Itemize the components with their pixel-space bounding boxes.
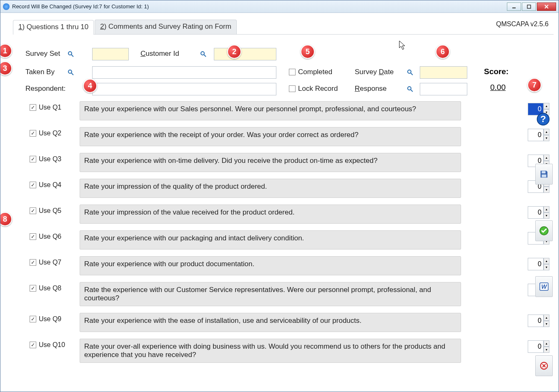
use-question-label: Use Q4	[39, 181, 61, 189]
question-text[interactable]: Rate your experience with the ease of in…	[80, 313, 461, 332]
customer-id-input[interactable]	[214, 48, 276, 60]
customer-id-label: Customer Id	[140, 50, 179, 58]
help-button[interactable]: ?	[536, 112, 550, 128]
use-question-label: Use Q10	[39, 341, 65, 349]
spin-down-button[interactable]: ▼	[544, 212, 549, 219]
svg-rect-16	[542, 171, 546, 174]
response-lookup-icon[interactable]	[406, 85, 414, 93]
question-text[interactable]: Rate your over-all experience with doing…	[80, 339, 461, 363]
survey-date-label: Survey Date	[355, 68, 394, 76]
svg-text:W: W	[541, 283, 547, 290]
content-area: QMSCAPA v2.5.6 1) Questions 1 thru 10 2)…	[0, 13, 559, 392]
spin-down-button[interactable]: ▼	[544, 264, 549, 270]
question-row: ✓Use Q7Rate your experience with our pro…	[17, 256, 549, 275]
window-buttons	[507, 2, 556, 11]
question-text[interactable]: Rate your impression of the quality of t…	[80, 179, 461, 198]
check-icon	[539, 226, 549, 236]
use-question-checkbox[interactable]: ✓	[30, 259, 36, 266]
cancel-button[interactable]	[535, 355, 553, 376]
svg-point-10	[408, 70, 411, 73]
spin-up-button[interactable]: ▲	[544, 315, 549, 321]
maximize-button[interactable]	[522, 2, 536, 11]
use-question-checkbox[interactable]: ✓	[30, 104, 36, 111]
question-text[interactable]: Rate your experience with our product do…	[80, 256, 461, 275]
word-export-button[interactable]: W	[535, 276, 553, 297]
survey-date-input[interactable]	[420, 66, 467, 79]
ok-button[interactable]	[535, 220, 553, 241]
svg-point-4	[68, 52, 72, 55]
question-score-input[interactable]	[528, 206, 544, 219]
question-score-input[interactable]	[528, 258, 544, 270]
question-score-spinner: ▲▼	[528, 206, 549, 219]
lock-record-checkbox[interactable]	[289, 85, 296, 92]
question-text[interactable]: Rate your impression of the value receiv…	[80, 205, 461, 224]
callout-3: 3	[0, 61, 12, 75]
lock-record-label: Lock Record	[298, 85, 338, 93]
use-question-label: Use Q8	[39, 285, 61, 292]
question-text[interactable]: Rate your experience with our Sales pers…	[80, 101, 461, 120]
question-text[interactable]: Rate your experience with on-time delive…	[80, 153, 461, 172]
customer-id-lookup-icon[interactable]	[200, 50, 207, 58]
use-question-checkbox[interactable]: ✓	[30, 316, 36, 322]
use-question-label: Use Q5	[39, 207, 61, 215]
svg-point-8	[68, 70, 72, 73]
question-text[interactable]: Rate your experience with our packaging …	[80, 230, 461, 250]
taken-by-label: Taken By	[25, 68, 55, 76]
tab-questions[interactable]: 1) Questions 1 thru 10	[13, 20, 94, 35]
svg-rect-17	[542, 175, 546, 177]
question-score-input[interactable]	[528, 340, 544, 353]
use-question-checkbox[interactable]: ✓	[30, 156, 36, 162]
survey-set-input[interactable]	[92, 48, 129, 60]
completed-checkbox[interactable]	[289, 69, 296, 75]
svg-rect-1	[527, 5, 531, 8]
taken-by-lookup-icon[interactable]	[67, 69, 75, 76]
header-area: Survey Set Customer Id Taken By Complete…	[17, 48, 549, 98]
use-question-checkbox[interactable]: ✓	[30, 285, 36, 292]
use-question-checkbox[interactable]: ✓	[30, 233, 36, 240]
spin-up-button[interactable]: ▲	[544, 103, 549, 109]
spin-down-button[interactable]: ▼	[544, 321, 549, 327]
tab-panel: Survey Set Customer Id Taken By Complete…	[13, 35, 554, 372]
titlebar: Record Will Be Changed (Survey Id:7 for …	[0, 0, 559, 13]
use-question-checkbox[interactable]: ✓	[30, 207, 36, 214]
app-icon	[3, 3, 10, 10]
question-score-spinner: ▲▼	[528, 340, 549, 353]
use-question-label: Use Q1	[39, 104, 61, 111]
question-row: ✓Use Q3Rate your experience with on-time…	[17, 153, 549, 172]
spin-up-button[interactable]: ▲	[544, 206, 549, 212]
save-button[interactable]	[535, 164, 553, 185]
use-question-checkbox[interactable]: ✓	[30, 342, 36, 348]
window-title: Record Will Be Changed (Survey Id:7 for …	[12, 3, 507, 10]
use-question-group: ✓Use Q5	[17, 205, 80, 215]
use-question-group: ✓Use Q1	[17, 101, 80, 111]
taken-by-input[interactable]	[92, 66, 276, 79]
question-score-input[interactable]	[528, 315, 544, 327]
question-row: ✓Use Q6Rate your experience with our pac…	[17, 230, 549, 250]
tab-comments[interactable]: 2) Comments and Survey Rating on Form	[95, 20, 237, 34]
spin-down-button[interactable]: ▼	[544, 347, 549, 353]
minimize-button[interactable]	[507, 2, 521, 11]
use-question-checkbox[interactable]: ✓	[30, 182, 36, 188]
spin-up-button[interactable]: ▲	[544, 155, 549, 161]
respondent-input[interactable]	[92, 83, 276, 95]
response-input[interactable]	[420, 83, 467, 95]
cancel-icon	[539, 361, 549, 370]
use-question-label: Use Q9	[39, 315, 61, 323]
svg-line-13	[411, 90, 413, 92]
question-score-input[interactable]	[528, 129, 544, 141]
question-score-spinner: ▲▼	[528, 258, 549, 270]
spin-up-button[interactable]: ▲	[544, 258, 549, 264]
use-question-label: Use Q3	[39, 155, 61, 163]
survey-set-lookup-icon[interactable]	[67, 50, 75, 58]
spin-down-button[interactable]: ▼	[544, 187, 549, 193]
question-text[interactable]: Rate the experience with our Customer Se…	[80, 282, 461, 306]
survey-date-lookup-icon[interactable]	[406, 69, 414, 76]
floppy-icon	[539, 170, 549, 179]
close-button[interactable]	[537, 2, 556, 11]
spin-up-button[interactable]: ▲	[544, 129, 549, 135]
use-question-checkbox[interactable]: ✓	[30, 130, 36, 137]
spin-up-button[interactable]: ▲	[544, 340, 549, 347]
question-row: ✓Use Q10Rate your over-all experience wi…	[17, 339, 549, 363]
question-text[interactable]: Rate your experience with the receipt of…	[80, 127, 461, 146]
spin-down-button[interactable]: ▼	[544, 135, 549, 141]
